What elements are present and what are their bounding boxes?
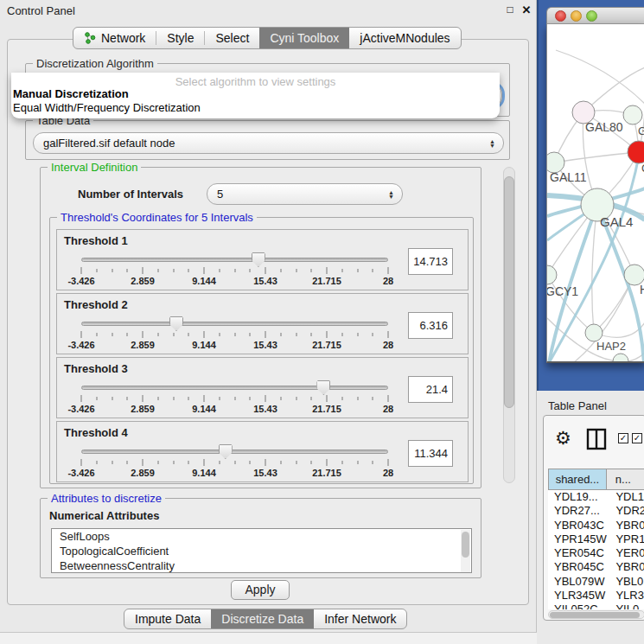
- control-panel-scrollbar-thumb[interactable]: [504, 176, 514, 408]
- slider-track[interactable]: [81, 386, 388, 390]
- tab-infer-network[interactable]: Infer Network: [314, 609, 406, 628]
- column-header-name[interactable]: n...: [607, 469, 644, 490]
- zoom-traffic-light-icon[interactable]: [586, 10, 597, 22]
- network-node-label: GAL80: [585, 120, 623, 134]
- thresholds-group-title: Threshold's Coordinates for 5 Intervals: [57, 211, 257, 224]
- cell-shared-name[interactable]: YBR045C: [548, 560, 610, 574]
- numerical-attributes-label: Numerical Attributes: [49, 509, 159, 522]
- network-edge[interactable]: [556, 50, 644, 104]
- table-row[interactable]: YDR27...YDR2...: [548, 504, 644, 518]
- cell-shared-name[interactable]: YER054C: [548, 546, 610, 560]
- network-node[interactable]: [613, 354, 628, 363]
- threshold-slider[interactable]: -3.4262.8599.14415.4321.71528: [74, 443, 395, 481]
- cell-name[interactable]: YBL0...: [610, 575, 644, 589]
- threshold-slider[interactable]: -3.4262.8599.14415.4321.71528: [74, 315, 395, 353]
- control-panel-titlebar: Control Panel □ ✕: [0, 0, 537, 22]
- slider-handle[interactable]: [252, 252, 265, 267]
- columns-icon[interactable]: [586, 428, 607, 450]
- cell-name[interactable]: YPR1...: [610, 532, 644, 546]
- attribute-list-item[interactable]: TopologicalCoefficient: [52, 544, 471, 558]
- attribute-list-item[interactable]: BetweennessCentrality: [52, 558, 471, 573]
- minimize-traffic-light-icon[interactable]: [571, 10, 582, 22]
- network-canvas[interactable]: GAL80GACGAL11GAL4GCY1HHAP2: [546, 24, 644, 363]
- network-edge[interactable]: [554, 152, 639, 163]
- table-row[interactable]: YLR345WYLR3...: [548, 589, 644, 603]
- cell-shared-name[interactable]: YDL19...: [548, 490, 610, 504]
- cell-shared-name[interactable]: YIL052C: [548, 603, 610, 609]
- slider-handle[interactable]: [316, 380, 330, 395]
- table-row[interactable]: YBR045CYBR0...: [548, 560, 644, 574]
- checkbox-icon[interactable]: ✓: [618, 433, 628, 443]
- cell-shared-name[interactable]: YLR345W: [548, 589, 610, 603]
- network-edge[interactable]: [592, 205, 597, 333]
- slider-handle[interactable]: [169, 316, 183, 331]
- network-node-label: GA: [638, 124, 644, 137]
- threshold-value-field[interactable]: 14.713: [408, 248, 453, 275]
- table-hscrollbar-thumb[interactable]: [550, 612, 640, 618]
- tab-select[interactable]: Select: [205, 28, 259, 48]
- numerical-attributes-list[interactable]: SelfLoopsTopologicalCoefficientBetweenne…: [51, 528, 472, 573]
- slider-ticks: [81, 331, 388, 338]
- threshold-value-field[interactable]: 21.4: [408, 376, 453, 403]
- slider-ticks: [81, 267, 388, 274]
- slider-scale-labels: -3.4262.8599.14415.4321.71528: [81, 404, 388, 414]
- cell-name[interactable]: YBR0...: [610, 560, 644, 574]
- cell-shared-name[interactable]: YDR27...: [548, 504, 610, 518]
- apply-button[interactable]: Apply: [231, 580, 290, 600]
- threshold-panel: Threshold 4 -3.4262.8599.14415.4321.7152…: [56, 421, 469, 482]
- table-horizontal-scrollbar[interactable]: [548, 610, 644, 619]
- tab-jactivemnodules[interactable]: jActiveMNodules: [349, 28, 460, 48]
- interval-definition-group: Interval Definition Number of Intervals …: [40, 167, 481, 488]
- table-row[interactable]: YBL079WYBL0...: [548, 575, 644, 589]
- popup-option-equal-width-frequency[interactable]: Equal Width/Frequency Discretization: [13, 101, 201, 114]
- attribute-list-item[interactable]: SelfLoops: [52, 529, 471, 544]
- tab-network[interactable]: Network: [73, 28, 156, 48]
- table-data-group: Table Data galFiltered.sif default node …: [25, 120, 510, 160]
- cyni-toolbox-panel: Discretization Algorithm ▲▼ Table Data g…: [7, 39, 529, 605]
- cell-name[interactable]: YER0...: [610, 546, 644, 560]
- slider-track[interactable]: [81, 450, 388, 454]
- table-row[interactable]: YBR043CYBR0...: [548, 519, 644, 532]
- tab-impute-data[interactable]: Impute Data: [124, 609, 211, 628]
- close-panel-icon[interactable]: ✕: [520, 3, 532, 17]
- table-row[interactable]: YDL19...YDL1...: [548, 490, 644, 504]
- cell-shared-name[interactable]: YBL079W: [548, 575, 610, 589]
- threshold-value-field[interactable]: 11.344: [408, 440, 453, 467]
- attributes-scrollbar-thumb[interactable]: [462, 532, 469, 558]
- network-node-label: HAP2: [596, 340, 626, 353]
- tab-cyni-toolbox[interactable]: Cyni Toolbox: [259, 28, 349, 48]
- tab-discretize-data[interactable]: Discretize Data: [211, 609, 314, 628]
- attributes-group-title: Attributes to discretize: [48, 492, 165, 505]
- close-traffic-light-icon[interactable]: [555, 10, 566, 22]
- table-row[interactable]: YIL052CYIL0...: [548, 603, 644, 609]
- cell-name[interactable]: YDL1...: [610, 490, 644, 504]
- threshold-slider[interactable]: -3.4262.8599.14415.4321.71528: [74, 379, 395, 417]
- threshold-panel: Threshold 2 -3.4262.8599.14415.4321.7152…: [56, 293, 469, 354]
- cell-name[interactable]: YBR0...: [610, 519, 644, 532]
- tab-style[interactable]: Style: [156, 28, 204, 48]
- network-node-gcy1[interactable]: [547, 265, 557, 284]
- cell-name[interactable]: YLR3...: [610, 589, 644, 603]
- table-data-combobox[interactable]: galFiltered.sif default node ▲▼: [33, 132, 504, 154]
- cell-name[interactable]: YDR2...: [610, 504, 644, 518]
- table-row[interactable]: YER054CYER0...: [548, 546, 644, 560]
- threshold-value-field[interactable]: 6.316: [408, 312, 453, 339]
- popup-option-manual-discretization[interactable]: Manual Discretization: [13, 87, 129, 100]
- cell-name[interactable]: YIL0...: [610, 603, 644, 609]
- float-window-icon[interactable]: □: [504, 3, 516, 17]
- cell-shared-name[interactable]: YBR043C: [548, 519, 610, 532]
- threshold-slider[interactable]: -3.4262.8599.14415.4321.71528: [74, 251, 395, 289]
- slider-track[interactable]: [81, 322, 388, 326]
- network-node-ga[interactable]: [623, 105, 642, 124]
- slider-handle[interactable]: [219, 444, 233, 459]
- network-window-titlebar[interactable]: [546, 7, 644, 24]
- table-row[interactable]: YPR145WYPR1...: [548, 532, 644, 546]
- attributes-list-scrollbar[interactable]: [461, 530, 470, 573]
- number-of-intervals-combobox[interactable]: 5 ▲▼: [207, 183, 403, 205]
- checkbox-icon[interactable]: ✓: [632, 433, 642, 443]
- network-node-hap2[interactable]: [585, 324, 603, 341]
- gear-icon[interactable]: ⚙: [555, 428, 571, 449]
- column-header-shared-name[interactable]: shared...: [548, 469, 607, 490]
- cell-shared-name[interactable]: YPR145W: [548, 532, 610, 546]
- slider-track[interactable]: [81, 258, 388, 262]
